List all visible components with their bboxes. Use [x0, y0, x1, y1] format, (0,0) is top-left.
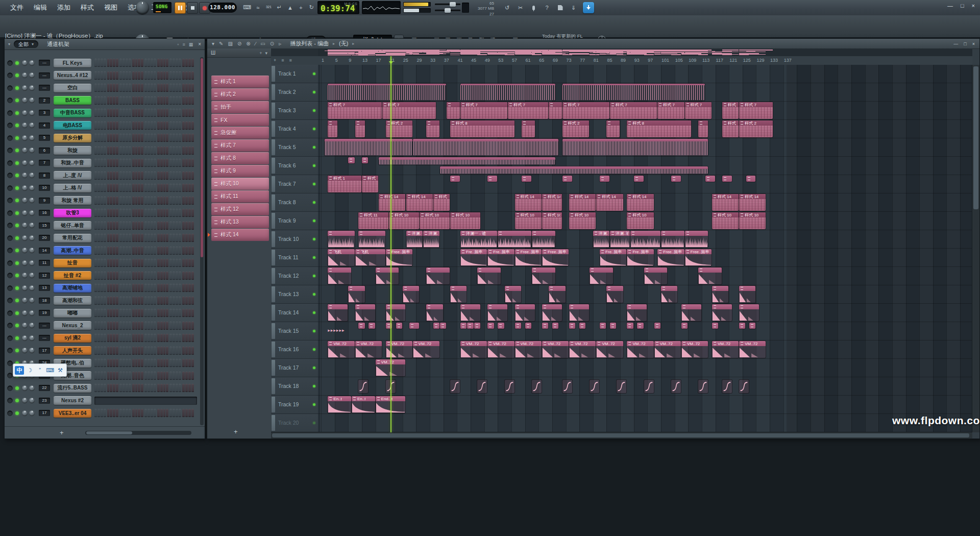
step-cell[interactable]	[126, 284, 128, 292]
channel-button[interactable]: Nexus_2	[54, 321, 91, 330]
step-cell[interactable]	[144, 147, 147, 155]
ime-keyboard-icon[interactable]: ⌨	[45, 366, 55, 375]
step-cell[interactable]	[148, 121, 150, 130]
step-cell[interactable]	[169, 147, 172, 155]
track-led[interactable]	[313, 109, 315, 112]
paint-tool-icon[interactable]: ▨	[228, 41, 232, 46]
step-cell[interactable]	[154, 384, 156, 392]
step-cell[interactable]	[110, 159, 112, 167]
audio-clip[interactable]: Free..频率	[515, 249, 542, 266]
pattern-clip[interactable]	[562, 176, 572, 182]
step-cell[interactable]	[154, 372, 156, 380]
pattern-clip[interactable]	[671, 176, 681, 182]
step-cell[interactable]	[132, 284, 135, 292]
step-cell[interactable]	[126, 109, 128, 117]
step-cell[interactable]	[182, 71, 185, 80]
close-button[interactable]: ×	[972, 3, 975, 9]
step-cell[interactable]	[176, 409, 178, 417]
time-display[interactable]: M:S:CS 0:39:74	[317, 1, 359, 14]
step-cell[interactable]	[163, 197, 166, 205]
step-cell[interactable]	[163, 384, 166, 392]
step-cell[interactable]	[110, 184, 112, 192]
step-cell[interactable]	[144, 359, 147, 367]
step-cell[interactable]	[182, 222, 185, 230]
pattern-clip[interactable]	[525, 323, 531, 329]
playlist-grid[interactable]: 样式 7样式 7样式 7样式 7样式 7样式 7样式 7样式 7样式 7样式 7…	[318, 65, 972, 432]
step-cell[interactable]	[107, 84, 110, 92]
step-cell[interactable]	[157, 297, 160, 305]
step-cell[interactable]	[126, 347, 128, 355]
step-cell[interactable]	[173, 121, 175, 130]
step-cell[interactable]	[132, 197, 135, 205]
step-cell[interactable]	[173, 334, 175, 342]
step-cell[interactable]	[116, 134, 118, 142]
step-cell[interactable]	[129, 109, 131, 117]
step-cell[interactable]	[185, 59, 188, 67]
step-cell[interactable]	[157, 309, 160, 317]
audio-clip[interactable]: VM..72	[487, 341, 514, 358]
step-cell[interactable]	[151, 309, 153, 317]
step-cell[interactable]	[101, 134, 103, 142]
step-cell[interactable]	[129, 334, 131, 342]
step-cell[interactable]	[160, 234, 163, 242]
step-cell[interactable]	[188, 84, 191, 92]
step-cell[interactable]	[119, 234, 122, 242]
volume-knob[interactable]	[29, 72, 35, 78]
channel-enable-led[interactable]	[15, 411, 19, 415]
step-cell[interactable]	[132, 84, 135, 92]
step-cell[interactable]	[94, 409, 97, 417]
step-cell[interactable]	[154, 147, 156, 155]
channel-mute-toggle[interactable]	[7, 310, 13, 316]
step-cell[interactable]	[104, 59, 106, 67]
step-cell[interactable]	[154, 159, 156, 167]
audio-clip[interactable]	[358, 380, 368, 393]
step-cell[interactable]	[166, 121, 168, 130]
channel-mute-toggle[interactable]	[7, 385, 13, 391]
step-cell[interactable]	[144, 172, 147, 180]
step-cell[interactable]	[110, 84, 112, 92]
step-cell[interactable]	[94, 222, 97, 230]
pattern-item[interactable]: 样式 2	[211, 88, 269, 101]
step-cell[interactable]	[126, 134, 128, 142]
step-cell[interactable]	[141, 284, 143, 292]
step-cell[interactable]	[144, 284, 147, 292]
step-cell[interactable]	[173, 234, 175, 242]
audio-clip[interactable]: 洋澜..谁	[406, 231, 423, 248]
volume-knob[interactable]	[29, 148, 35, 153]
audio-clip[interactable]	[426, 267, 450, 284]
step-cell[interactable]	[148, 372, 150, 380]
step-cell[interactable]	[126, 96, 128, 105]
countdown-icon[interactable]: ³²¹	[265, 3, 273, 12]
channel-enable-led[interactable]	[15, 311, 19, 315]
step-cell[interactable]	[182, 159, 185, 167]
step-cell[interactable]	[119, 59, 122, 67]
pattern-clip[interactable]: 样式 1	[328, 176, 361, 192]
step-cell[interactable]	[126, 334, 128, 342]
step-cell[interactable]	[116, 71, 118, 80]
step-cell[interactable]	[101, 222, 103, 230]
step-cell[interactable]	[188, 284, 191, 292]
channel-enable-led[interactable]	[15, 261, 19, 265]
blend-record-icon[interactable]: +	[297, 3, 305, 12]
save-icon[interactable]	[556, 4, 564, 12]
step-cell[interactable]	[179, 71, 181, 80]
pattern-clip[interactable]	[739, 323, 745, 329]
step-cell[interactable]	[163, 159, 166, 167]
step-cell[interactable]	[179, 359, 181, 367]
step-cell[interactable]	[122, 322, 125, 330]
step-cell[interactable]	[119, 297, 122, 305]
volume-knob[interactable]	[29, 60, 35, 66]
step-cell[interactable]	[126, 384, 128, 392]
step-cell[interactable]	[144, 134, 147, 142]
step-cell[interactable]	[101, 334, 103, 342]
channel-button[interactable]: VEE3..er 04	[54, 409, 91, 418]
step-cell[interactable]	[182, 59, 185, 67]
pattern-clip[interactable]	[522, 176, 531, 182]
step-cell[interactable]	[160, 172, 163, 180]
step-cell[interactable]	[166, 297, 168, 305]
step-cell[interactable]	[132, 234, 135, 242]
pattern-item[interactable]: 样式 11	[211, 190, 269, 203]
step-cell[interactable]	[166, 247, 168, 255]
track-led[interactable]	[313, 275, 315, 277]
step-cell[interactable]	[144, 247, 147, 255]
